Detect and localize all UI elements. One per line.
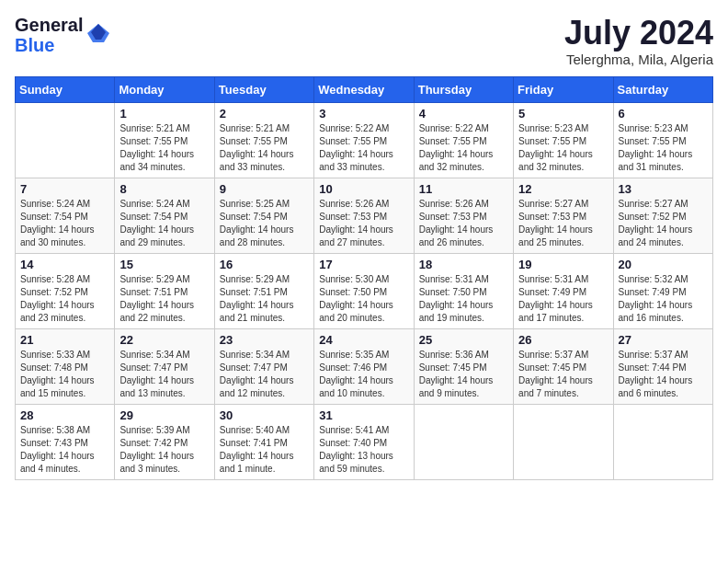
day-number: 6 bbox=[619, 107, 708, 121]
calendar-cell: 23Sunrise: 5:34 AMSunset: 7:47 PMDayligh… bbox=[214, 328, 313, 404]
calendar-cell: 1Sunrise: 5:21 AMSunset: 7:55 PMDaylight… bbox=[115, 102, 214, 178]
weekday-header-friday: Friday bbox=[514, 76, 613, 102]
calendar-cell: 6Sunrise: 5:23 AMSunset: 7:55 PMDaylight… bbox=[613, 102, 712, 178]
day-info: Sunrise: 5:21 AMSunset: 7:55 PMDaylight:… bbox=[220, 122, 309, 174]
day-number: 16 bbox=[220, 258, 309, 271]
calendar-cell: 30Sunrise: 5:40 AMSunset: 7:41 PMDayligh… bbox=[214, 404, 313, 479]
day-info: Sunrise: 5:21 AMSunset: 7:55 PMDaylight:… bbox=[119, 122, 209, 174]
day-info: Sunrise: 5:35 AMSunset: 7:46 PMDaylight:… bbox=[319, 349, 408, 400]
calendar-cell: 28Sunrise: 5:38 AMSunset: 7:43 PMDayligh… bbox=[16, 404, 115, 479]
day-number: 11 bbox=[419, 182, 508, 196]
month-year: July 2024 bbox=[564, 15, 713, 52]
calendar-cell: 13Sunrise: 5:27 AMSunset: 7:52 PMDayligh… bbox=[613, 178, 712, 253]
weekday-header-wednesday: Wednesday bbox=[314, 76, 414, 102]
day-number: 14 bbox=[20, 258, 109, 271]
week-row-5: 28Sunrise: 5:38 AMSunset: 7:43 PMDayligh… bbox=[16, 404, 713, 479]
day-info: Sunrise: 5:33 AMSunset: 7:48 PMDaylight:… bbox=[20, 349, 109, 400]
day-info: Sunrise: 5:23 AMSunset: 7:55 PMDaylight:… bbox=[619, 122, 708, 174]
day-number: 3 bbox=[319, 107, 408, 121]
day-info: Sunrise: 5:40 AMSunset: 7:41 PMDaylight:… bbox=[220, 424, 309, 476]
calendar-cell: 19Sunrise: 5:31 AMSunset: 7:49 PMDayligh… bbox=[514, 253, 613, 328]
calendar-cell: 8Sunrise: 5:24 AMSunset: 7:54 PMDaylight… bbox=[115, 178, 214, 253]
calendar-cell: 15Sunrise: 5:29 AMSunset: 7:51 PMDayligh… bbox=[115, 253, 214, 328]
weekday-header-thursday: Thursday bbox=[414, 76, 513, 102]
week-row-2: 7Sunrise: 5:24 AMSunset: 7:54 PMDaylight… bbox=[16, 178, 713, 253]
day-number: 25 bbox=[419, 333, 508, 347]
weekday-header-sunday: Sunday bbox=[16, 76, 115, 102]
calendar-cell: 27Sunrise: 5:37 AMSunset: 7:44 PMDayligh… bbox=[613, 328, 712, 404]
weekday-header-tuesday: Tuesday bbox=[214, 76, 313, 102]
calendar-cell: 22Sunrise: 5:34 AMSunset: 7:47 PMDayligh… bbox=[115, 328, 214, 404]
day-number: 27 bbox=[619, 333, 708, 347]
day-info: Sunrise: 5:24 AMSunset: 7:54 PMDaylight:… bbox=[119, 198, 209, 249]
day-info: Sunrise: 5:38 AMSunset: 7:43 PMDaylight:… bbox=[20, 424, 109, 476]
calendar-cell bbox=[613, 404, 712, 479]
day-number: 4 bbox=[419, 107, 508, 121]
calendar-cell: 5Sunrise: 5:23 AMSunset: 7:55 PMDaylight… bbox=[514, 102, 613, 178]
logo: General Blue bbox=[15, 15, 111, 55]
weekday-header-saturday: Saturday bbox=[613, 76, 712, 102]
calendar-cell: 21Sunrise: 5:33 AMSunset: 7:48 PMDayligh… bbox=[16, 328, 115, 404]
day-number: 2 bbox=[220, 107, 309, 121]
day-info: Sunrise: 5:37 AMSunset: 7:45 PMDaylight:… bbox=[518, 349, 608, 400]
day-number: 19 bbox=[518, 258, 608, 271]
calendar-cell bbox=[16, 102, 115, 178]
day-number: 20 bbox=[619, 258, 708, 271]
page-header: General Blue July 2024 Telerghma, Mila, … bbox=[15, 15, 713, 67]
day-number: 7 bbox=[20, 182, 109, 196]
day-number: 30 bbox=[220, 408, 309, 422]
day-number: 8 bbox=[119, 182, 209, 196]
day-number: 10 bbox=[319, 182, 408, 196]
calendar-cell: 29Sunrise: 5:39 AMSunset: 7:42 PMDayligh… bbox=[115, 404, 214, 479]
day-info: Sunrise: 5:31 AMSunset: 7:49 PMDaylight:… bbox=[518, 273, 608, 325]
calendar-cell: 26Sunrise: 5:37 AMSunset: 7:45 PMDayligh… bbox=[514, 328, 613, 404]
calendar-cell bbox=[514, 404, 613, 479]
day-info: Sunrise: 5:23 AMSunset: 7:55 PMDaylight:… bbox=[518, 122, 608, 174]
calendar-cell: 24Sunrise: 5:35 AMSunset: 7:46 PMDayligh… bbox=[314, 328, 414, 404]
day-number: 18 bbox=[419, 258, 508, 271]
day-number: 1 bbox=[119, 107, 209, 121]
day-number: 22 bbox=[119, 333, 209, 347]
day-number: 26 bbox=[518, 333, 608, 347]
day-number: 5 bbox=[518, 107, 608, 121]
day-info: Sunrise: 5:27 AMSunset: 7:52 PMDaylight:… bbox=[619, 198, 708, 249]
calendar-cell: 20Sunrise: 5:32 AMSunset: 7:49 PMDayligh… bbox=[613, 253, 712, 328]
week-row-1: 1Sunrise: 5:21 AMSunset: 7:55 PMDaylight… bbox=[16, 102, 713, 178]
day-info: Sunrise: 5:32 AMSunset: 7:49 PMDaylight:… bbox=[619, 273, 708, 325]
day-info: Sunrise: 5:22 AMSunset: 7:55 PMDaylight:… bbox=[419, 122, 508, 174]
day-number: 21 bbox=[20, 333, 109, 347]
day-info: Sunrise: 5:26 AMSunset: 7:53 PMDaylight:… bbox=[419, 198, 508, 249]
calendar-cell: 4Sunrise: 5:22 AMSunset: 7:55 PMDaylight… bbox=[414, 102, 513, 178]
day-number: 24 bbox=[319, 333, 408, 347]
day-info: Sunrise: 5:27 AMSunset: 7:53 PMDaylight:… bbox=[518, 198, 608, 249]
day-info: Sunrise: 5:34 AMSunset: 7:47 PMDaylight:… bbox=[119, 349, 209, 400]
title-block: July 2024 Telerghma, Mila, Algeria bbox=[564, 15, 713, 67]
day-info: Sunrise: 5:30 AMSunset: 7:50 PMDaylight:… bbox=[319, 273, 408, 325]
calendar-cell: 11Sunrise: 5:26 AMSunset: 7:53 PMDayligh… bbox=[414, 178, 513, 253]
location: Telerghma, Mila, Algeria bbox=[564, 52, 713, 67]
day-number: 12 bbox=[518, 182, 608, 196]
calendar-cell: 18Sunrise: 5:31 AMSunset: 7:50 PMDayligh… bbox=[414, 253, 513, 328]
calendar-cell: 10Sunrise: 5:26 AMSunset: 7:53 PMDayligh… bbox=[314, 178, 414, 253]
day-info: Sunrise: 5:29 AMSunset: 7:51 PMDaylight:… bbox=[119, 273, 209, 325]
day-number: 17 bbox=[319, 258, 408, 271]
day-info: Sunrise: 5:41 AMSunset: 7:40 PMDaylight:… bbox=[319, 424, 408, 476]
calendar-table: SundayMondayTuesdayWednesdayThursdayFrid… bbox=[15, 76, 713, 480]
weekday-header-row: SundayMondayTuesdayWednesdayThursdayFrid… bbox=[16, 76, 713, 102]
weekday-header-monday: Monday bbox=[115, 76, 214, 102]
day-info: Sunrise: 5:26 AMSunset: 7:53 PMDaylight:… bbox=[319, 198, 408, 249]
day-number: 9 bbox=[220, 182, 309, 196]
day-info: Sunrise: 5:24 AMSunset: 7:54 PMDaylight:… bbox=[20, 198, 109, 249]
day-info: Sunrise: 5:37 AMSunset: 7:44 PMDaylight:… bbox=[619, 349, 708, 400]
calendar-cell: 9Sunrise: 5:25 AMSunset: 7:54 PMDaylight… bbox=[214, 178, 313, 253]
calendar-cell: 16Sunrise: 5:29 AMSunset: 7:51 PMDayligh… bbox=[214, 253, 313, 328]
calendar-cell bbox=[414, 404, 513, 479]
day-info: Sunrise: 5:28 AMSunset: 7:52 PMDaylight:… bbox=[20, 273, 109, 325]
logo-blue: Blue bbox=[15, 35, 83, 55]
week-row-4: 21Sunrise: 5:33 AMSunset: 7:48 PMDayligh… bbox=[16, 328, 713, 404]
calendar-cell: 7Sunrise: 5:24 AMSunset: 7:54 PMDaylight… bbox=[16, 178, 115, 253]
day-number: 28 bbox=[20, 408, 109, 422]
logo-icon bbox=[85, 20, 111, 46]
day-number: 13 bbox=[619, 182, 708, 196]
day-info: Sunrise: 5:22 AMSunset: 7:55 PMDaylight:… bbox=[319, 122, 408, 174]
